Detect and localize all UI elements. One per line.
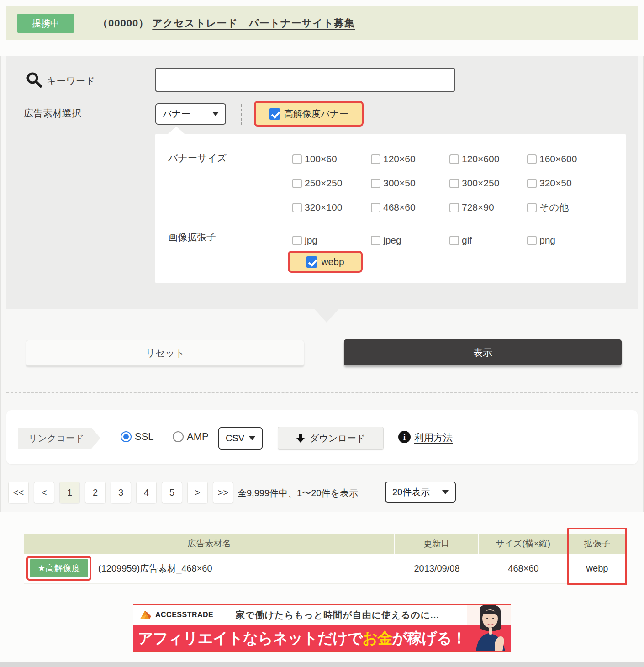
size-option[interactable]: 320×50 bbox=[527, 177, 572, 189]
col-header-updated: 更新日 bbox=[395, 534, 479, 554]
checkbox-icon[interactable] bbox=[449, 179, 459, 188]
checkbox-icon[interactable] bbox=[371, 236, 380, 245]
divider-dashed-vertical bbox=[241, 104, 242, 125]
hires-banner-option[interactable]: 高解像度バナー bbox=[254, 101, 364, 127]
page-first-button[interactable]: << bbox=[8, 482, 29, 503]
hires-badge: ★高解像度 bbox=[30, 559, 88, 577]
format-select[interactable]: CSV bbox=[218, 427, 263, 450]
checkbox-icon[interactable] bbox=[371, 179, 380, 188]
material-select[interactable]: バナー bbox=[155, 103, 226, 125]
info-icon: i bbox=[398, 431, 411, 443]
ext-label: 画像拡張子 bbox=[168, 231, 216, 244]
size-option[interactable]: 300×250 bbox=[449, 177, 499, 189]
col-header-size: サイズ(横×縦) bbox=[479, 534, 568, 554]
size-option[interactable]: 120×60 bbox=[371, 153, 416, 165]
ext-option[interactable]: png bbox=[527, 234, 555, 246]
program-code: （00000） bbox=[98, 17, 149, 29]
checkbox-icon[interactable] bbox=[449, 154, 459, 164]
ad-banner-bottom: アフィリエイトならネットだけでお金が稼げる！ bbox=[133, 625, 511, 651]
size-option[interactable]: 120×600 bbox=[449, 153, 499, 165]
banner-headline: 家で働けたらもっと時間が自由に使えるのに... bbox=[236, 609, 439, 621]
hires-checkbox-checked-icon[interactable] bbox=[269, 108, 280, 120]
webp-checkbox-checked-icon[interactable] bbox=[306, 256, 317, 268]
radio-icon[interactable] bbox=[173, 431, 184, 442]
ad-banner[interactable]: ACCESSTRADE 家で働けたらもっと時間が自由に使えるのに... アフィリ… bbox=[133, 604, 511, 652]
webp-option[interactable]: webp bbox=[288, 251, 363, 273]
page-1-button[interactable]: 1 bbox=[59, 482, 80, 503]
keyword-input[interactable] bbox=[155, 68, 455, 92]
size-option[interactable]: 160×600 bbox=[527, 153, 577, 165]
checkbox-icon[interactable] bbox=[292, 236, 302, 245]
radio-selected-icon[interactable] bbox=[121, 431, 132, 442]
checkbox-icon[interactable] bbox=[449, 236, 459, 245]
ssl-radio-option[interactable]: SSL bbox=[121, 431, 154, 443]
ext-option[interactable]: jpeg bbox=[371, 234, 401, 246]
perpage-select[interactable]: 20件表示 bbox=[385, 482, 456, 503]
page-3-button[interactable]: 3 bbox=[111, 482, 131, 503]
pagination: << < 1 2 3 4 5 > >> bbox=[8, 482, 233, 503]
checkbox-icon[interactable] bbox=[527, 203, 537, 212]
material-name-cell: ★高解像度 (1209959)広告素材_468×60 bbox=[24, 554, 395, 583]
checkbox-icon[interactable] bbox=[527, 236, 537, 245]
size-option[interactable]: 320×100 bbox=[292, 201, 342, 213]
size-option[interactable]: 468×60 bbox=[371, 201, 416, 213]
size-option[interactable]: 728×90 bbox=[449, 201, 494, 213]
amp-radio-option[interactable]: AMP bbox=[173, 431, 209, 443]
size-option[interactable]: 100×60 bbox=[292, 153, 337, 165]
usage-link[interactable]: 利用方法 bbox=[414, 431, 453, 444]
popup-notch-up bbox=[168, 127, 185, 134]
checkbox-icon[interactable] bbox=[292, 179, 302, 188]
banner-copy: アフィリエイトならネットだけでお金が稼げる！ bbox=[138, 628, 466, 649]
table-header-row: 広告素材名 更新日 サイズ(横×縦) 拡張子 bbox=[24, 534, 626, 554]
reset-button[interactable]: リセット bbox=[26, 340, 304, 366]
hires-badge-outline: ★高解像度 bbox=[26, 556, 91, 581]
page-4-button[interactable]: 4 bbox=[136, 482, 157, 503]
program-header-bar: 提携中 （00000） アクセストレード パートナーサイト募集 bbox=[6, 6, 638, 40]
table-row: ★高解像度 (1209959)広告素材_468×60 2013/09/08 46… bbox=[24, 554, 626, 584]
download-button[interactable]: ダウンロード bbox=[278, 427, 384, 450]
col-header-ext: 拡張子 bbox=[568, 534, 626, 554]
chevron-down-icon bbox=[249, 436, 255, 440]
page-5-button[interactable]: 5 bbox=[162, 482, 182, 503]
size-option[interactable]: 250×250 bbox=[292, 177, 342, 189]
page-next-button[interactable]: > bbox=[187, 482, 208, 503]
panel-notch-down bbox=[314, 309, 339, 323]
ad-banner-top: ACCESSTRADE 家で働けたらもっと時間が自由に使えるのに... bbox=[133, 605, 511, 625]
checkbox-icon[interactable] bbox=[449, 203, 459, 212]
banner-copy-highlight: お金 bbox=[363, 630, 392, 646]
material-select-value: バナー bbox=[163, 108, 190, 120]
ext-option[interactable]: jpg bbox=[292, 234, 317, 246]
checkbox-icon[interactable] bbox=[527, 154, 537, 164]
banner-options-panel: バナーサイズ 100×60 120×60 120×600 160×600 250… bbox=[155, 134, 626, 283]
hires-label: 高解像度バナー bbox=[284, 108, 348, 120]
ext-option[interactable]: gif bbox=[449, 234, 472, 246]
perpage-select-value: 20件表示 bbox=[392, 486, 430, 498]
show-button[interactable]: 表示 bbox=[344, 339, 622, 365]
status-badge: 提携中 bbox=[17, 14, 74, 33]
checkbox-icon[interactable] bbox=[292, 203, 302, 212]
linkcode-tag: リンクコード bbox=[18, 428, 100, 449]
size-option[interactable]: 300×50 bbox=[371, 177, 416, 189]
ext-cell: webp bbox=[568, 554, 626, 583]
size-option[interactable]: その他 bbox=[527, 201, 569, 213]
page-2-button[interactable]: 2 bbox=[85, 482, 106, 503]
accesstrade-logo-icon bbox=[140, 610, 152, 619]
search-icon bbox=[26, 71, 43, 89]
checkbox-icon[interactable] bbox=[527, 179, 537, 188]
col-header-name: 広告素材名 bbox=[24, 534, 395, 554]
checkbox-icon[interactable] bbox=[371, 203, 380, 212]
material-name: (1209959)広告素材_468×60 bbox=[98, 562, 212, 575]
bottom-frame-bar bbox=[0, 662, 644, 667]
program-title-link[interactable]: アクセストレード パートナーサイト募集 bbox=[152, 17, 355, 29]
checkbox-icon[interactable] bbox=[371, 154, 380, 164]
banner-size-label: バナーサイズ bbox=[168, 152, 227, 164]
chevron-down-icon bbox=[212, 112, 219, 116]
woman-photo bbox=[467, 605, 511, 651]
page-title: （00000） アクセストレード パートナーサイト募集 bbox=[98, 16, 355, 30]
page-prev-button[interactable]: < bbox=[34, 482, 54, 503]
page-last-button[interactable]: >> bbox=[213, 482, 233, 503]
download-arrow-icon bbox=[296, 433, 305, 443]
checkbox-icon[interactable] bbox=[292, 154, 302, 164]
partner-site-page: 提携中 （00000） アクセストレード パートナーサイト募集 キーワード 広告… bbox=[0, 0, 644, 667]
size-cell: 468×60 bbox=[479, 554, 568, 583]
